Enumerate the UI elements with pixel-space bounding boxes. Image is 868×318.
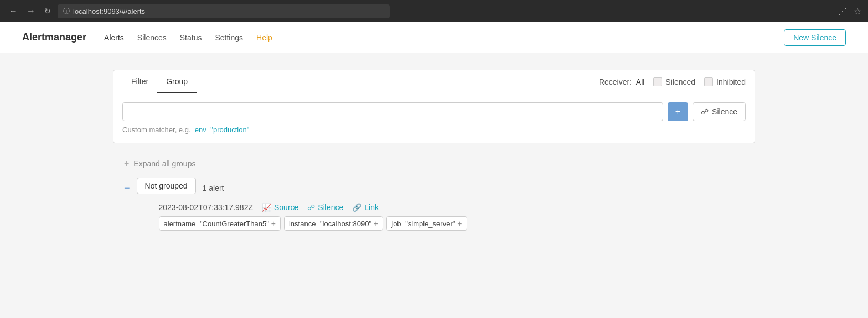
group-tag: Not grouped [137,178,196,194]
label-add-button-2[interactable]: + [457,219,462,228]
alert-meta: 2023-08-02T07:33:17.982Z 📈 Source ☍ Sile… [159,199,467,216]
alert-timestamp: 2023-08-02T07:33:17.982Z [159,203,253,212]
filter-card: Filter Group Receiver: All Silenced Inhi… [113,70,755,143]
app-brand: Alertmanager [22,32,86,43]
collapse-group-button[interactable]: − [124,183,130,193]
filter-area: + ☍ Silence Custom matcher, e.g. env="pr… [113,93,755,143]
silence-icon: ☍ [701,107,709,116]
add-filter-button[interactable]: + [668,102,688,121]
forward-button[interactable]: → [24,4,38,18]
link-icon: 🔗 [352,203,361,212]
alert-silence-link[interactable]: ☍ Silence [307,203,343,212]
filter-input[interactable] [122,102,663,121]
back-button[interactable]: ← [7,4,20,18]
browser-actions: ⋰ ☆ [838,6,861,17]
hint-link[interactable]: env="production" [195,126,250,134]
receiver-section: Receiver: All Silenced Inhibited [599,77,746,86]
chart-icon: 📈 [262,203,271,212]
url-text: localhost:9093/#/alerts [73,7,145,15]
expand-all-label: Expand all groups [133,159,195,168]
filter-input-row: + ☍ Silence [122,102,746,121]
star-icon[interactable]: ☆ [854,6,861,17]
address-bar: ⓘ localhost:9093/#/alerts [58,4,390,18]
label-job: job="simple_server" + [386,216,467,231]
info-icon: ⓘ [63,7,70,16]
silenced-checkbox[interactable] [653,77,662,86]
alert-link-link[interactable]: 🔗 Link [352,203,379,212]
receiver-label: Receiver: All [599,77,644,86]
alert-item: 2023-08-02T07:33:17.982Z 📈 Source ☍ Sile… [159,199,467,235]
label-instance: instance="localhost:8090" + [284,216,383,231]
nav-help[interactable]: Help [256,33,272,42]
browser-chrome: ← → ↻ ⓘ localhost:9093/#/alerts ⋰ ☆ [0,0,868,22]
alert-source-link[interactable]: 📈 Source [262,203,298,212]
groups-area: + Expand all groups − Not grouped 1 aler… [113,154,755,253]
main-content: Filter Group Receiver: All Silenced Inhi… [102,70,766,253]
app-header: Alertmanager Alerts Silences Status Sett… [0,22,868,53]
label-add-button-0[interactable]: + [271,219,276,228]
expand-all-row[interactable]: + Expand all groups [124,154,744,178]
nav-settings[interactable]: Settings [215,33,243,42]
group-count: 1 alert [203,184,224,192]
silence-action-icon: ☍ [307,203,315,212]
nav-alerts[interactable]: Alerts [104,33,124,42]
card-tabs: Filter Group Receiver: All Silenced Inhi… [113,70,755,93]
silenced-label: Silenced [665,77,695,86]
group-content: Not grouped 1 alert 2023-08-02T07:33:17.… [137,178,467,235]
silenced-checkbox-group[interactable]: Silenced [653,77,695,86]
group-not-grouped: − Not grouped 1 alert 2023-08-02T07:33:1… [124,178,744,235]
reload-button[interactable]: ↻ [42,4,53,18]
nav-status[interactable]: Status [180,33,202,42]
new-silence-button[interactable]: New Silence [784,29,846,46]
inhibited-label: Inhibited [716,77,746,86]
filter-hint: Custom matcher, e.g. env="production" [122,126,746,134]
tab-group[interactable]: Group [157,70,197,93]
tab-filter[interactable]: Filter [122,70,157,93]
nav-silences[interactable]: Silences [137,33,167,42]
silence-filter-button[interactable]: ☍ Silence [693,102,746,121]
inhibited-checkbox[interactable] [704,77,713,86]
share-icon[interactable]: ⋰ [838,6,847,17]
receiver-value: All [636,77,645,86]
label-add-button-1[interactable]: + [374,219,378,228]
alert-labels: alertname="CountGreaterThan5" + instance… [159,216,467,235]
inhibited-checkbox-group[interactable]: Inhibited [704,77,746,86]
expand-all-icon: + [124,159,129,169]
label-alertname: alertname="CountGreaterThan5" + [159,216,281,231]
